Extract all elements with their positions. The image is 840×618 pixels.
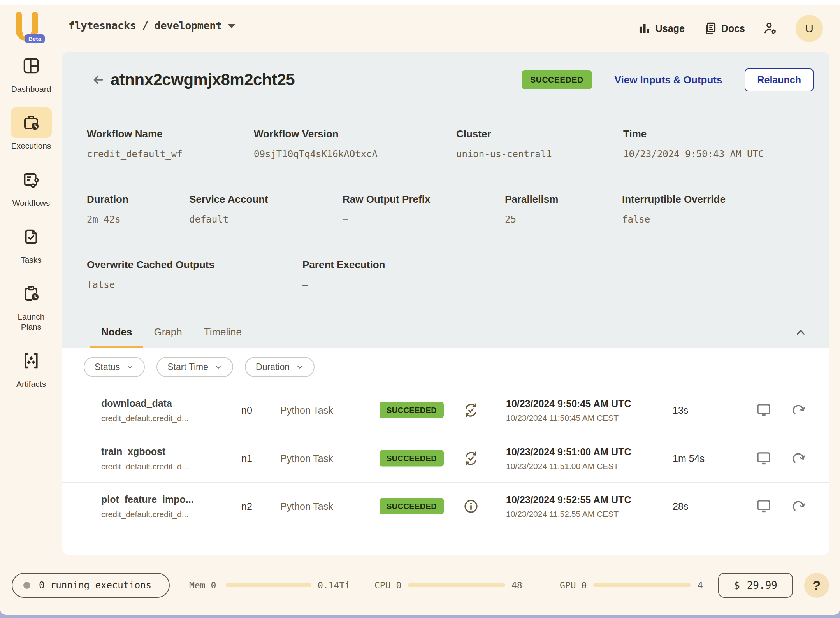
meta-interruptible-override: Interruptible Override false	[622, 193, 726, 225]
running-executions-button[interactable]: 0 running executions	[12, 573, 170, 598]
artifacts-icon	[11, 346, 52, 376]
meta-service-account: Service Account default	[189, 193, 268, 225]
filter-bar: Status Start Time Duration	[62, 348, 829, 386]
gpu-meter-max: 4	[698, 580, 703, 590]
status-badge: SUCCEEDED	[380, 402, 444, 418]
meta-time: Time 10/23/2024 9:50:43 AM UTC	[623, 128, 764, 160]
workflows-icon	[11, 165, 52, 195]
node-duration: 13s	[673, 404, 688, 416]
table-row[interactable]: train_xgboost credit_default.credit_d...…	[62, 434, 829, 482]
meta-duration: Duration 2m 42s	[87, 193, 128, 225]
docs-nav-item[interactable]: Docs	[699, 18, 749, 39]
cost-value: 29.99	[747, 579, 777, 591]
meta-raw-output-prefix: Raw Output Prefix –	[343, 193, 430, 225]
top-bar: Beta flytesnacks / development Usage	[0, 5, 840, 51]
project-domain-selector[interactable]: flytesnacks / development	[69, 19, 235, 32]
tab-graph[interactable]: Graph	[143, 326, 193, 348]
info-icon[interactable]	[463, 499, 479, 514]
view-inputs-outputs-link[interactable]: View Inputs & Outputs	[615, 74, 722, 86]
sidebar-item-workflows[interactable]: Workflows	[0, 165, 62, 208]
status-bar: 0 running executions Mem 0 0.14Ti CPU 0 …	[0, 573, 840, 600]
rerun-icon[interactable]	[791, 499, 806, 514]
node-name-cell[interactable]: train_xgboost credit_default.credit_d...	[101, 446, 188, 471]
sidebar-item-dashboard[interactable]: Dashboard	[0, 51, 62, 94]
cache-hit-icon[interactable]	[463, 451, 479, 466]
executions-icon	[11, 107, 52, 138]
beta-badge: Beta	[25, 34, 45, 43]
tasks-icon	[11, 221, 52, 252]
chevron-down-icon	[214, 363, 222, 371]
sidebar-item-launch-plans[interactable]: Launch Plans	[0, 278, 62, 332]
usage-nav-item[interactable]: Usage	[634, 19, 689, 38]
status-badge: SUCCEEDED	[380, 450, 444, 466]
sidebar-item-label: Workflows	[12, 198, 50, 208]
start-time-filter[interactable]: Start Time	[156, 357, 233, 377]
window-top-strip	[0, 0, 840, 5]
duration-filter[interactable]: Duration	[245, 357, 315, 377]
meta-workflow-name: Workflow Name credit_default_wf	[87, 128, 183, 160]
sidebar-item-executions[interactable]: Executions	[0, 107, 62, 151]
rerun-icon[interactable]	[791, 451, 806, 466]
chevron-down-icon	[296, 363, 304, 371]
nodes-section: Status Start Time Duration download_data…	[62, 348, 829, 555]
node-id: n0	[241, 404, 252, 416]
rerun-icon[interactable]	[791, 402, 806, 418]
docs-icon	[703, 21, 717, 35]
sidebar-item-artifacts[interactable]: Artifacts	[0, 346, 62, 389]
status-badge: SUCCEEDED	[380, 498, 444, 514]
avatar[interactable]: U	[796, 15, 823, 42]
status-badge: SUCCEEDED	[522, 70, 592, 89]
node-id: n1	[241, 453, 252, 464]
relaunch-button[interactable]: Relaunch	[745, 68, 814, 91]
sidebar-item-label: Executions	[11, 141, 51, 151]
divider	[353, 574, 353, 596]
launch-plans-icon	[11, 278, 52, 309]
help-button[interactable]: ?	[804, 573, 829, 598]
union-logo[interactable]: Beta	[15, 12, 51, 46]
view-logs-icon[interactable]	[756, 499, 771, 514]
cache-hit-icon[interactable]	[463, 402, 479, 418]
table-row[interactable]: download_data credit_default.credit_d...…	[62, 386, 829, 434]
node-name-cell[interactable]: plot_feature_impo... credit_default.cred…	[101, 494, 194, 519]
cost-button[interactable]: $ 29.99	[718, 573, 793, 598]
sidebar-item-label: Tasks	[21, 255, 42, 265]
table-row[interactable]: plot_feature_impo... credit_default.cred…	[62, 482, 829, 530]
execution-header: atnnx2cwgmjx8m2cht25 SUCCEEDED View Inpu…	[62, 52, 829, 348]
start-time-cell: 10/23/2024 9:51:00 AM UTC 10/23/2024 11:…	[506, 446, 631, 471]
chevron-down-icon	[228, 24, 235, 28]
mem-meter-max: 0.14Ti	[318, 580, 350, 590]
node-duration: 28s	[673, 501, 688, 512]
tab-bar: Nodes Graph Timeline	[90, 326, 807, 348]
sidebar-item-label: Dashboard	[11, 84, 51, 94]
admin-settings-button[interactable]	[759, 18, 782, 39]
meta-workflow-version: Workflow Version 09sjT10qTq4sK16kAOtxcA	[254, 128, 378, 160]
workflow-name-link[interactable]: credit_default_wf	[87, 149, 183, 160]
bar-chart-icon	[638, 22, 651, 35]
mem-meter-label: Mem 0	[189, 580, 216, 590]
sidebar: Dashboard Executions	[0, 51, 62, 402]
chevron-down-icon	[126, 363, 134, 371]
top-nav: Usage Docs	[634, 15, 823, 42]
sidebar-item-label: Artifacts	[16, 379, 46, 389]
app-window: Beta flytesnacks / development Usage	[0, 0, 840, 615]
gpu-meter-label: GPU 0	[560, 580, 587, 590]
node-type: Python Task	[280, 404, 333, 416]
user-gear-icon	[763, 21, 778, 36]
view-logs-icon[interactable]	[756, 402, 771, 418]
cpu-meter-label: CPU 0	[374, 580, 401, 590]
breadcrumb: flytesnacks / development	[69, 19, 222, 32]
view-logs-icon[interactable]	[756, 451, 771, 466]
chevron-up-icon	[794, 326, 807, 339]
sidebar-item-tasks[interactable]: Tasks	[0, 221, 62, 265]
status-filter[interactable]: Status	[84, 357, 145, 377]
workflow-version-link[interactable]: 09sjT10qTq4sK16kAOtxcA	[254, 149, 378, 160]
docs-label: Docs	[721, 23, 745, 34]
meta-parallelism: Parallelism 25	[505, 193, 558, 225]
back-button[interactable]	[90, 71, 107, 88]
meta-parent-execution: Parent Execution –	[302, 259, 385, 290]
tab-nodes[interactable]: Nodes	[90, 326, 143, 348]
node-name-cell[interactable]: download_data credit_default.credit_d...	[101, 397, 188, 423]
collapse-section-button[interactable]	[794, 326, 807, 339]
tab-timeline[interactable]: Timeline	[193, 326, 253, 348]
dashboard-icon	[11, 51, 52, 81]
